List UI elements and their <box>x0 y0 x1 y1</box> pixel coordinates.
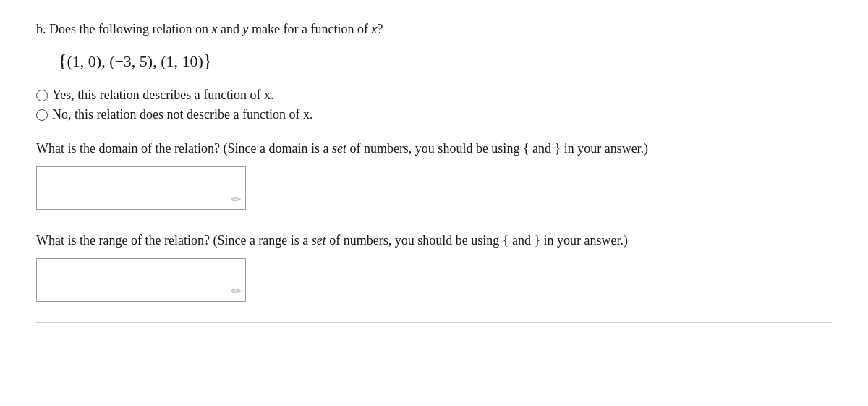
bottom-divider <box>36 322 832 323</box>
radio-circle-yes <box>36 90 48 101</box>
radio-options: Yes, this relation describes a function … <box>36 88 832 122</box>
radio-no[interactable]: No, this relation does not describe a fu… <box>36 107 832 122</box>
range-answer-container: ✏︎ <box>36 258 832 302</box>
domain-pencil-icon: ✏︎ <box>231 193 241 206</box>
radio-yes[interactable]: Yes, this relation describes a function … <box>36 88 832 103</box>
domain-answer-container: ✏︎ <box>36 166 832 210</box>
radio-no-label: No, this relation does not describe a fu… <box>52 107 312 122</box>
domain-answer-box[interactable]: ✏︎ <box>36 166 246 210</box>
range-prompt: What is the range of the relation? (Sinc… <box>36 230 832 251</box>
domain-prompt: What is the domain of the relation? (Sin… <box>36 138 832 159</box>
radio-circle-no <box>36 109 48 121</box>
question-label: b. Does the following relation on x and … <box>36 22 832 37</box>
set-notation: {(1, 0), (−3, 5), (1, 10)} <box>58 50 832 72</box>
radio-yes-label: Yes, this relation describes a function … <box>52 88 274 103</box>
range-answer-box[interactable]: ✏︎ <box>36 258 246 302</box>
range-pencil-icon: ✏︎ <box>231 284 241 298</box>
